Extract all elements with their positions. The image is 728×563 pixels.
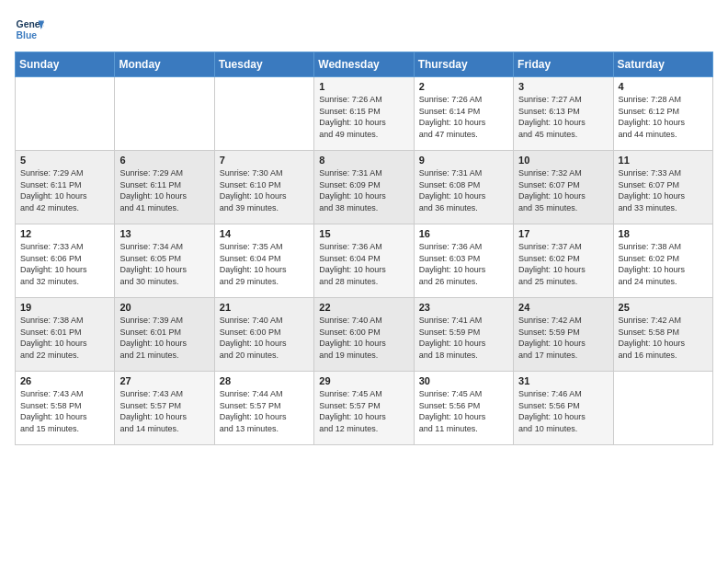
day-info: Sunrise: 7:43 AM Sunset: 5:58 PM Dayligh… — [20, 388, 109, 434]
day-info: Sunrise: 7:27 AM Sunset: 6:13 PM Dayligh… — [518, 94, 608, 140]
calendar-cell: 12Sunrise: 7:33 AM Sunset: 6:06 PM Dayli… — [16, 224, 115, 298]
day-number: 8 — [319, 155, 408, 166]
calendar-cell: 26Sunrise: 7:43 AM Sunset: 5:58 PM Dayli… — [16, 372, 115, 445]
column-header-friday: Friday — [514, 52, 613, 77]
calendar-cell: 4Sunrise: 7:28 AM Sunset: 6:12 PM Daylig… — [613, 77, 712, 151]
calendar-cell: 1Sunrise: 7:26 AM Sunset: 6:15 PM Daylig… — [314, 77, 414, 151]
calendar-cell: 14Sunrise: 7:35 AM Sunset: 6:04 PM Dayli… — [214, 224, 313, 298]
day-number: 13 — [119, 228, 209, 239]
calendar-week-row: 5Sunrise: 7:29 AM Sunset: 6:11 PM Daylig… — [16, 151, 713, 224]
day-number: 31 — [518, 375, 608, 386]
day-number: 7 — [220, 155, 309, 166]
column-header-wednesday: Wednesday — [314, 52, 414, 77]
calendar-cell: 7Sunrise: 7:30 AM Sunset: 6:10 PM Daylig… — [214, 151, 313, 224]
day-number: 3 — [518, 81, 608, 92]
calendar-table: SundayMondayTuesdayWednesdayThursdayFrid… — [15, 52, 713, 445]
day-info: Sunrise: 7:28 AM Sunset: 6:12 PM Dayligh… — [619, 94, 708, 140]
column-header-monday: Monday — [115, 52, 214, 77]
calendar-cell — [115, 77, 214, 151]
day-number: 10 — [518, 155, 608, 166]
column-header-saturday: Saturday — [613, 52, 712, 77]
page-header: General Blue — [15, 15, 713, 44]
calendar-cell: 11Sunrise: 7:33 AM Sunset: 6:07 PM Dayli… — [613, 151, 712, 224]
calendar-cell: 28Sunrise: 7:44 AM Sunset: 5:57 PM Dayli… — [214, 372, 313, 445]
day-number: 29 — [319, 375, 408, 386]
day-number: 21 — [220, 302, 309, 313]
day-number: 5 — [20, 155, 109, 166]
calendar-cell: 29Sunrise: 7:45 AM Sunset: 5:57 PM Dayli… — [314, 372, 414, 445]
day-info: Sunrise: 7:42 AM Sunset: 5:58 PM Dayligh… — [619, 315, 708, 361]
day-info: Sunrise: 7:35 AM Sunset: 6:04 PM Dayligh… — [220, 241, 309, 287]
calendar-cell — [214, 77, 313, 151]
day-number: 16 — [419, 228, 508, 239]
day-number: 22 — [319, 302, 408, 313]
day-number: 15 — [319, 228, 408, 239]
calendar-cell: 18Sunrise: 7:38 AM Sunset: 6:02 PM Dayli… — [613, 224, 712, 298]
column-header-tuesday: Tuesday — [214, 52, 313, 77]
day-info: Sunrise: 7:31 AM Sunset: 6:08 PM Dayligh… — [419, 167, 508, 213]
day-info: Sunrise: 7:40 AM Sunset: 6:00 PM Dayligh… — [220, 315, 309, 361]
day-number: 12 — [20, 228, 109, 239]
day-info: Sunrise: 7:26 AM Sunset: 6:14 PM Dayligh… — [419, 94, 508, 140]
day-number: 17 — [518, 228, 608, 239]
day-number: 26 — [20, 375, 109, 386]
day-info: Sunrise: 7:31 AM Sunset: 6:09 PM Dayligh… — [319, 167, 408, 213]
day-info: Sunrise: 7:46 AM Sunset: 5:56 PM Dayligh… — [518, 388, 608, 434]
calendar-cell: 23Sunrise: 7:41 AM Sunset: 5:59 PM Dayli… — [414, 298, 513, 372]
calendar-header-row: SundayMondayTuesdayWednesdayThursdayFrid… — [16, 52, 713, 77]
calendar-cell: 9Sunrise: 7:31 AM Sunset: 6:08 PM Daylig… — [414, 151, 513, 224]
day-info: Sunrise: 7:33 AM Sunset: 6:07 PM Dayligh… — [619, 167, 708, 213]
day-info: Sunrise: 7:30 AM Sunset: 6:10 PM Dayligh… — [220, 167, 309, 213]
day-number: 24 — [518, 302, 608, 313]
calendar-cell: 5Sunrise: 7:29 AM Sunset: 6:11 PM Daylig… — [16, 151, 115, 224]
calendar-cell: 6Sunrise: 7:29 AM Sunset: 6:11 PM Daylig… — [115, 151, 214, 224]
calendar-cell: 31Sunrise: 7:46 AM Sunset: 5:56 PM Dayli… — [514, 372, 613, 445]
calendar-cell: 17Sunrise: 7:37 AM Sunset: 6:02 PM Dayli… — [514, 224, 613, 298]
day-info: Sunrise: 7:42 AM Sunset: 5:59 PM Dayligh… — [518, 315, 608, 361]
day-info: Sunrise: 7:44 AM Sunset: 5:57 PM Dayligh… — [220, 388, 309, 434]
day-number: 11 — [619, 155, 708, 166]
day-info: Sunrise: 7:43 AM Sunset: 5:57 PM Dayligh… — [119, 388, 209, 434]
calendar-week-row: 26Sunrise: 7:43 AM Sunset: 5:58 PM Dayli… — [16, 372, 713, 445]
day-number: 27 — [119, 375, 209, 386]
day-info: Sunrise: 7:45 AM Sunset: 5:57 PM Dayligh… — [319, 388, 408, 434]
day-info: Sunrise: 7:37 AM Sunset: 6:02 PM Dayligh… — [518, 241, 608, 287]
day-number: 9 — [419, 155, 508, 166]
calendar-cell: 19Sunrise: 7:38 AM Sunset: 6:01 PM Dayli… — [16, 298, 115, 372]
day-number: 18 — [619, 228, 708, 239]
day-number: 23 — [419, 302, 508, 313]
day-info: Sunrise: 7:33 AM Sunset: 6:06 PM Dayligh… — [20, 241, 109, 287]
day-info: Sunrise: 7:41 AM Sunset: 5:59 PM Dayligh… — [419, 315, 508, 361]
calendar-cell: 24Sunrise: 7:42 AM Sunset: 5:59 PM Dayli… — [514, 298, 613, 372]
day-number: 1 — [319, 81, 408, 92]
calendar-cell: 22Sunrise: 7:40 AM Sunset: 6:00 PM Dayli… — [314, 298, 414, 372]
day-number: 20 — [119, 302, 209, 313]
calendar-cell: 27Sunrise: 7:43 AM Sunset: 5:57 PM Dayli… — [115, 372, 214, 445]
day-number: 2 — [419, 81, 508, 92]
day-number: 25 — [619, 302, 708, 313]
calendar-cell: 15Sunrise: 7:36 AM Sunset: 6:04 PM Dayli… — [314, 224, 414, 298]
column-header-thursday: Thursday — [414, 52, 513, 77]
day-info: Sunrise: 7:40 AM Sunset: 6:00 PM Dayligh… — [319, 315, 408, 361]
day-info: Sunrise: 7:39 AM Sunset: 6:01 PM Dayligh… — [119, 315, 209, 361]
day-info: Sunrise: 7:26 AM Sunset: 6:15 PM Dayligh… — [319, 94, 408, 140]
day-info: Sunrise: 7:32 AM Sunset: 6:07 PM Dayligh… — [518, 167, 608, 213]
calendar-week-row: 1Sunrise: 7:26 AM Sunset: 6:15 PM Daylig… — [16, 77, 713, 151]
calendar-week-row: 19Sunrise: 7:38 AM Sunset: 6:01 PM Dayli… — [16, 298, 713, 372]
day-info: Sunrise: 7:38 AM Sunset: 6:01 PM Dayligh… — [20, 315, 109, 361]
calendar-cell: 20Sunrise: 7:39 AM Sunset: 6:01 PM Dayli… — [115, 298, 214, 372]
svg-text:Blue: Blue — [17, 30, 38, 40]
day-number: 14 — [220, 228, 309, 239]
calendar-cell: 8Sunrise: 7:31 AM Sunset: 6:09 PM Daylig… — [314, 151, 414, 224]
day-number: 6 — [119, 155, 209, 166]
day-info: Sunrise: 7:36 AM Sunset: 6:03 PM Dayligh… — [419, 241, 508, 287]
calendar-cell: 3Sunrise: 7:27 AM Sunset: 6:13 PM Daylig… — [514, 77, 613, 151]
day-info: Sunrise: 7:29 AM Sunset: 6:11 PM Dayligh… — [20, 167, 109, 213]
calendar-cell: 13Sunrise: 7:34 AM Sunset: 6:05 PM Dayli… — [115, 224, 214, 298]
calendar-cell: 16Sunrise: 7:36 AM Sunset: 6:03 PM Dayli… — [414, 224, 513, 298]
calendar-week-row: 12Sunrise: 7:33 AM Sunset: 6:06 PM Dayli… — [16, 224, 713, 298]
day-info: Sunrise: 7:45 AM Sunset: 5:56 PM Dayligh… — [419, 388, 508, 434]
day-number: 4 — [619, 81, 708, 92]
day-info: Sunrise: 7:29 AM Sunset: 6:11 PM Dayligh… — [119, 167, 209, 213]
calendar-cell — [16, 77, 115, 151]
